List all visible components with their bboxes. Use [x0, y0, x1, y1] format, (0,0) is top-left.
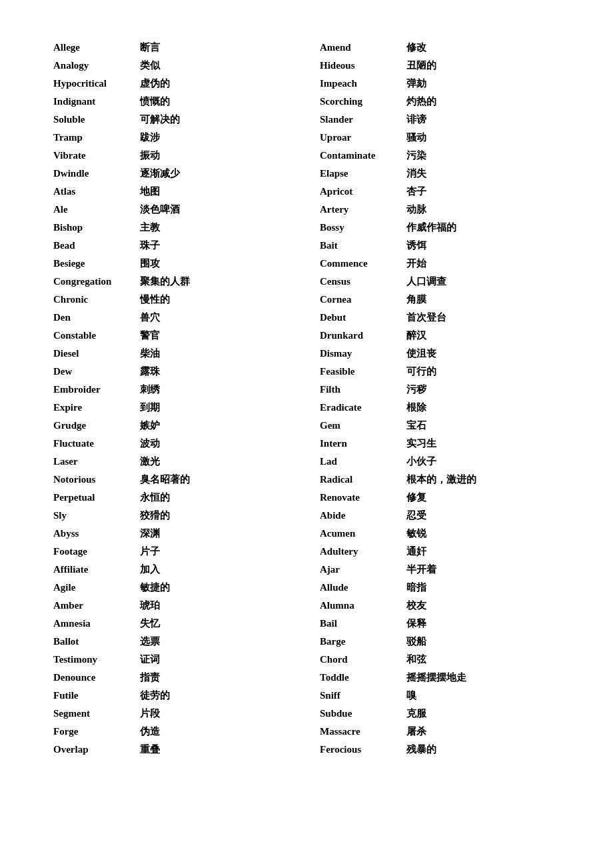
right-word-23: Lad	[320, 456, 406, 467]
left-meaning-24: 臭名昭著的	[140, 473, 190, 486]
left-meaning-12: 围攻	[140, 257, 160, 270]
right-meaning-7: 消失	[406, 167, 426, 180]
left-entry-5: Tramp跋涉	[53, 130, 293, 145]
left-entry-27: Abyss深渊	[53, 526, 293, 541]
right-entry-26: Abide忍受	[320, 508, 560, 523]
right-entry-20: Eradicate根除	[320, 400, 560, 415]
left-word-5: Tramp	[53, 132, 140, 143]
right-meaning-26: 忍受	[406, 509, 426, 522]
left-word-27: Abyss	[53, 528, 140, 539]
left-word-4: Soluble	[53, 114, 140, 125]
left-entry-28: Footage片子	[53, 544, 293, 559]
left-word-10: Bishop	[53, 222, 140, 233]
left-meaning-39: 重叠	[140, 743, 160, 756]
left-entry-13: Congregation聚集的人群	[53, 274, 293, 289]
right-entry-36: Sniff嗅	[320, 688, 560, 703]
left-entry-14: Chronic慢性的	[53, 292, 293, 307]
left-word-33: Ballot	[53, 636, 140, 647]
right-meaning-14: 角膜	[406, 293, 426, 306]
right-entry-27: Acumen敏锐	[320, 526, 560, 541]
right-word-32: Bail	[320, 618, 406, 629]
left-meaning-27: 深渊	[140, 527, 160, 540]
left-word-17: Diesel	[53, 348, 140, 359]
right-meaning-38: 屠杀	[406, 725, 426, 738]
right-word-29: Ajar	[320, 564, 406, 575]
left-word-15: Den	[53, 312, 140, 323]
left-entry-0: Allege断言	[53, 40, 293, 55]
right-entry-22: Intern实习生	[320, 436, 560, 451]
right-entry-23: Lad小伙子	[320, 454, 560, 469]
right-word-26: Abide	[320, 510, 406, 521]
left-word-31: Amber	[53, 600, 140, 611]
left-entry-26: Sly狡猾的	[53, 508, 293, 523]
left-meaning-38: 伪造	[140, 725, 160, 738]
left-word-9: Ale	[53, 204, 140, 215]
right-meaning-10: 作威作福的	[406, 221, 456, 234]
left-word-29: Affiliate	[53, 564, 140, 575]
left-word-28: Footage	[53, 546, 140, 557]
right-entry-5: Uproar骚动	[320, 130, 560, 145]
left-meaning-23: 激光	[140, 455, 160, 468]
left-entry-2: Hypocritical虚伪的	[53, 76, 293, 91]
right-entry-38: Massacre屠杀	[320, 724, 560, 739]
right-meaning-13: 人口调查	[406, 275, 446, 288]
left-meaning-4: 可解决的	[140, 113, 180, 126]
right-meaning-28: 通奸	[406, 545, 426, 558]
right-meaning-20: 根除	[406, 401, 426, 414]
left-word-0: Allege	[53, 42, 140, 53]
left-entry-39: Overlap重叠	[53, 742, 293, 757]
right-entry-35: Toddle摇摇摆摆地走	[320, 670, 560, 685]
right-entry-31: Alumna校友	[320, 598, 560, 613]
right-meaning-9: 动脉	[406, 203, 426, 216]
right-word-39: Ferocious	[320, 744, 406, 755]
right-entry-12: Commence开始	[320, 256, 560, 271]
left-word-37: Segment	[53, 708, 140, 719]
left-entry-6: Vibrate振动	[53, 148, 293, 163]
left-meaning-33: 选票	[140, 635, 160, 648]
left-meaning-14: 慢性的	[140, 293, 170, 306]
left-entry-23: Laser激光	[53, 454, 293, 469]
right-word-13: Census	[320, 276, 406, 287]
right-entry-39: Ferocious残暴的	[320, 742, 560, 757]
right-word-34: Chord	[320, 654, 406, 665]
left-word-25: Perpetual	[53, 492, 140, 503]
right-entry-16: Drunkard醉汉	[320, 328, 560, 343]
right-word-0: Amend	[320, 42, 406, 53]
left-entry-3: Indignant愤慨的	[53, 94, 293, 109]
left-entry-11: Bead珠子	[53, 238, 293, 253]
right-word-16: Drunkard	[320, 330, 406, 341]
left-entry-12: Besiege围攻	[53, 256, 293, 271]
right-entry-28: Adultery通奸	[320, 544, 560, 559]
left-meaning-15: 兽穴	[140, 311, 160, 324]
left-word-38: Forge	[53, 726, 140, 737]
left-entry-4: Soluble可解决的	[53, 112, 293, 127]
left-entry-18: Dew露珠	[53, 364, 293, 379]
right-meaning-39: 残暴的	[406, 743, 436, 756]
right-entry-13: Census人口调查	[320, 274, 560, 289]
right-word-12: Commence	[320, 258, 406, 269]
left-word-21: Grudge	[53, 420, 140, 431]
left-meaning-21: 嫉妒	[140, 419, 160, 432]
left-word-20: Expire	[53, 402, 140, 413]
left-word-6: Vibrate	[53, 150, 140, 161]
right-meaning-5: 骚动	[406, 131, 426, 144]
left-entry-16: Constable警官	[53, 328, 293, 343]
right-meaning-2: 弹劾	[406, 77, 426, 90]
right-meaning-8: 杏子	[406, 185, 426, 198]
right-entry-25: Renovate修复	[320, 490, 560, 505]
left-meaning-35: 指责	[140, 671, 160, 684]
left-entry-29: Affiliate加入	[53, 562, 293, 577]
right-entry-33: Barge驳船	[320, 634, 560, 649]
left-entry-7: Dwindle逐渐减少	[53, 166, 293, 181]
right-entry-4: Slander诽谤	[320, 112, 560, 127]
right-word-8: Apricot	[320, 186, 406, 197]
right-word-31: Alumna	[320, 600, 406, 611]
right-entry-3: Scorching灼热的	[320, 94, 560, 109]
right-meaning-11: 诱饵	[406, 239, 426, 252]
left-meaning-26: 狡猾的	[140, 509, 170, 522]
right-word-35: Toddle	[320, 672, 406, 683]
left-word-23: Laser	[53, 456, 140, 467]
right-entry-6: Contaminate污染	[320, 148, 560, 163]
right-word-25: Renovate	[320, 492, 406, 503]
right-word-21: Gem	[320, 420, 406, 431]
